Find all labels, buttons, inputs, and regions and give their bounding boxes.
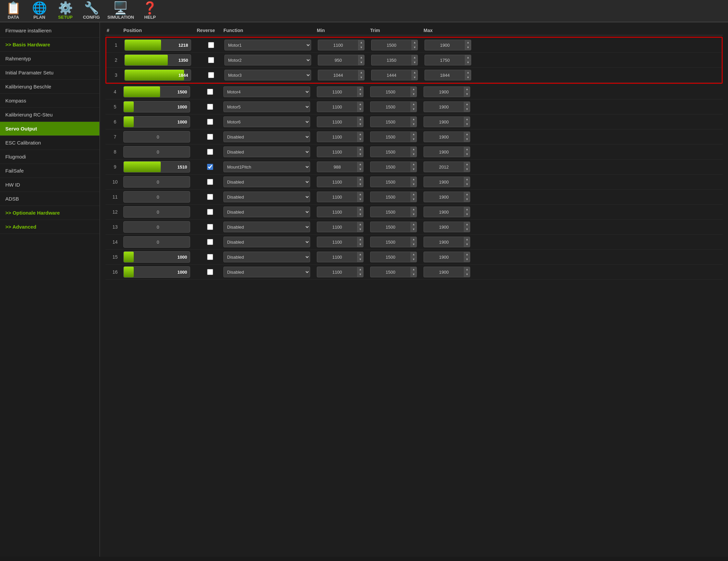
reverse-checkbox-8[interactable]	[197, 149, 223, 155]
function-select-9[interactable]: Mount1Pitch	[223, 162, 310, 172]
reverse-checkbox-11[interactable]	[197, 194, 223, 200]
sidebar-item-4[interactable]: Kalibrierung Beschle	[0, 80, 99, 94]
min-up-btn-3[interactable]: ▲	[358, 70, 364, 75]
min-spinner-1[interactable]: ▲▼	[318, 40, 365, 50]
max-up-btn-15[interactable]: ▲	[464, 252, 470, 257]
trim-up-btn-11[interactable]: ▲	[411, 192, 417, 197]
max-down-btn-6[interactable]: ▼	[464, 122, 470, 127]
min-input-4[interactable]	[317, 89, 357, 94]
checkbox-input-14[interactable]	[207, 239, 213, 245]
trim-down-btn-12[interactable]: ▼	[411, 212, 417, 217]
trim-down-btn-13[interactable]: ▼	[411, 227, 417, 232]
trim-spinner-11[interactable]: ▲▼	[370, 192, 417, 202]
checkbox-input-12[interactable]	[207, 209, 213, 215]
checkbox-input-6[interactable]	[207, 119, 213, 125]
max-spinner-12[interactable]: ▲▼	[424, 207, 470, 217]
trim-input-11[interactable]	[371, 195, 411, 200]
min-down-btn-1[interactable]: ▼	[358, 45, 364, 50]
trim-down-btn-11[interactable]: ▼	[411, 197, 417, 202]
min-up-btn-4[interactable]: ▲	[357, 87, 363, 92]
max-input-7[interactable]	[424, 134, 464, 139]
max-spinner-9[interactable]: ▲▼	[424, 162, 470, 172]
min-down-btn-12[interactable]: ▼	[357, 212, 363, 217]
trim-spinner-12[interactable]: ▲▼	[370, 207, 417, 217]
min-up-btn-13[interactable]: ▲	[357, 222, 363, 227]
min-up-btn-6[interactable]: ▲	[357, 117, 363, 122]
min-up-btn-1[interactable]: ▲	[358, 40, 364, 45]
min-down-btn-5[interactable]: ▼	[357, 107, 363, 112]
max-spinner-10[interactable]: ▲▼	[424, 177, 470, 187]
max-input-13[interactable]	[424, 225, 464, 230]
trim-spinner-7[interactable]: ▲▼	[370, 131, 417, 142]
max-up-btn-3[interactable]: ▲	[465, 70, 471, 75]
trim-up-btn-3[interactable]: ▲	[412, 70, 418, 75]
trim-input-5[interactable]	[371, 104, 411, 109]
sidebar-item-2[interactable]: Rahmentyp	[0, 52, 99, 66]
trim-up-btn-9[interactable]: ▲	[411, 162, 417, 167]
min-down-btn-6[interactable]: ▼	[357, 122, 363, 127]
max-input-14[interactable]	[424, 240, 464, 245]
min-spinner-16[interactable]: ▲▼	[317, 267, 363, 277]
min-up-btn-15[interactable]: ▲	[357, 252, 363, 257]
min-input-1[interactable]	[318, 43, 358, 48]
trim-input-4[interactable]	[371, 89, 411, 94]
trim-input-12[interactable]	[371, 210, 411, 215]
trim-input-3[interactable]	[372, 73, 412, 78]
function-select-16[interactable]: Disabled	[223, 267, 310, 277]
trim-input-13[interactable]	[371, 225, 411, 230]
function-select-10[interactable]: Disabled	[223, 177, 310, 187]
min-input-7[interactable]	[317, 134, 357, 139]
trim-down-btn-3[interactable]: ▼	[412, 75, 418, 80]
trim-down-btn-4[interactable]: ▼	[411, 92, 417, 97]
max-spinner-4[interactable]: ▲▼	[424, 86, 470, 97]
max-input-2[interactable]	[425, 58, 465, 63]
trim-up-btn-14[interactable]: ▲	[411, 237, 417, 242]
trim-up-btn-5[interactable]: ▲	[411, 102, 417, 107]
trim-down-btn-8[interactable]: ▼	[411, 152, 417, 157]
min-down-btn-14[interactable]: ▼	[357, 242, 363, 247]
checkbox-input-2[interactable]	[208, 57, 214, 63]
trim-spinner-3[interactable]: ▲▼	[371, 70, 418, 80]
max-up-btn-8[interactable]: ▲	[464, 147, 470, 152]
trim-up-btn-10[interactable]: ▲	[411, 177, 417, 182]
toolbar-item-help[interactable]: ❓HELP	[140, 2, 160, 20]
function-select-11[interactable]: Disabled	[223, 192, 310, 202]
min-down-btn-16[interactable]: ▼	[357, 272, 363, 277]
trim-up-btn-15[interactable]: ▲	[411, 252, 417, 257]
max-down-btn-15[interactable]: ▼	[464, 257, 470, 262]
trim-up-btn-4[interactable]: ▲	[411, 87, 417, 92]
trim-up-btn-1[interactable]: ▲	[412, 40, 418, 45]
checkbox-input-1[interactable]	[208, 42, 214, 48]
min-spinner-9[interactable]: ▲▼	[317, 162, 363, 172]
max-spinner-8[interactable]: ▲▼	[424, 147, 470, 157]
min-up-btn-9[interactable]: ▲	[357, 162, 363, 167]
function-select-12[interactable]: Disabled	[223, 207, 310, 217]
checkbox-input-15[interactable]	[207, 254, 213, 260]
checkbox-input-5[interactable]	[207, 104, 213, 110]
checkbox-input-10[interactable]	[207, 179, 213, 185]
max-input-3[interactable]	[425, 73, 465, 78]
min-spinner-11[interactable]: ▲▼	[317, 192, 363, 202]
max-down-btn-4[interactable]: ▼	[464, 92, 470, 97]
trim-up-btn-6[interactable]: ▲	[411, 117, 417, 122]
min-down-btn-7[interactable]: ▼	[357, 137, 363, 142]
toolbar-item-setup[interactable]: ⚙️SETUP	[55, 2, 75, 20]
toolbar-item-simulation[interactable]: 🖥️SIMULATION	[107, 2, 134, 20]
max-down-btn-10[interactable]: ▼	[464, 182, 470, 187]
max-spinner-16[interactable]: ▲▼	[424, 267, 470, 277]
function-select-2[interactable]: Motor2	[224, 55, 311, 65]
min-down-btn-2[interactable]: ▼	[358, 60, 364, 65]
min-input-12[interactable]	[317, 210, 357, 215]
min-down-btn-4[interactable]: ▼	[357, 92, 363, 97]
max-up-btn-10[interactable]: ▲	[464, 177, 470, 182]
max-input-9[interactable]	[424, 165, 464, 170]
trim-down-btn-16[interactable]: ▼	[411, 272, 417, 277]
min-up-btn-12[interactable]: ▲	[357, 207, 363, 212]
reverse-checkbox-13[interactable]	[197, 224, 223, 230]
trim-spinner-6[interactable]: ▲▼	[370, 116, 417, 127]
sidebar-item-3[interactable]: Initial Paramater Setu	[0, 66, 99, 80]
trim-down-btn-14[interactable]: ▼	[411, 242, 417, 247]
reverse-checkbox-15[interactable]	[197, 254, 223, 260]
max-input-12[interactable]	[424, 210, 464, 215]
trim-down-btn-6[interactable]: ▼	[411, 122, 417, 127]
